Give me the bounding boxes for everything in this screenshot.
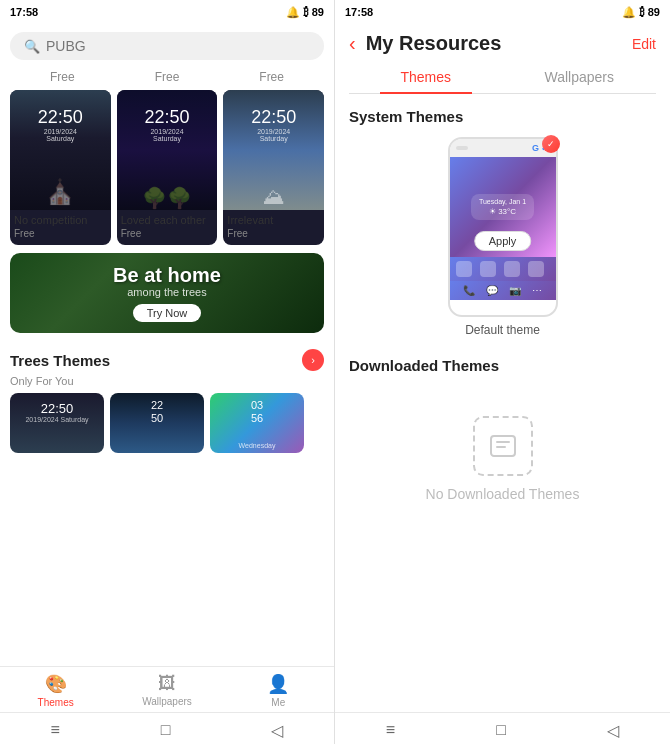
small-theme-row: 22:50 2019/2024 Saturday 2250 0356 Wedne… [0, 393, 334, 453]
free-labels-row: Free Free Free [0, 68, 334, 90]
wallpapers-nav-icon: 🖼 [158, 673, 176, 694]
left-status-bar: 17:58 🔔 ₿ 89 [0, 0, 334, 24]
phone-wallpaper: Tuesday, Jan 1 ☀ 33°C Apply [450, 157, 556, 257]
dock-msg-icon: 💬 [486, 285, 498, 296]
left-panel: 17:58 🔔 ₿ 89 🔍 Free Free Free 22:50 2019… [0, 0, 335, 744]
home-icon[interactable]: □ [161, 721, 171, 740]
notification-icon: 🔔 [286, 6, 300, 19]
downloaded-section: Downloaded Themes No Downloaded Themes [349, 357, 656, 532]
theme-price-1: Free [117, 228, 218, 245]
right-status-time: 17:58 [345, 6, 373, 18]
back-button[interactable]: ‹ [349, 32, 356, 55]
theme-card-0[interactable]: 22:50 2019/2024 Saturday ⛪ No competitio… [10, 90, 111, 245]
right-tabs: Themes Wallpapers [349, 61, 656, 94]
phone-date-text: Tuesday, Jan 1 [479, 198, 526, 205]
bottom-nav: 🎨 Themes 🖼 Wallpapers 👤 Me [0, 666, 334, 712]
theme-price-0: Free [10, 228, 111, 245]
search-bar[interactable]: 🔍 [10, 32, 324, 60]
themes-nav-icon: 🎨 [45, 673, 67, 695]
left-status-time: 17:58 [10, 6, 38, 18]
small-card-2[interactable]: 0356 Wednesday [210, 393, 304, 453]
empty-icon [473, 416, 533, 476]
small-clock-1: 2250 [151, 399, 163, 425]
clock-2: 22:50 2019/2024 Saturday [249, 108, 299, 143]
phone-date-widget: Tuesday, Jan 1 ☀ 33°C [471, 194, 534, 220]
app-icon [504, 261, 520, 277]
dock-phone-icon: 📞 [463, 285, 475, 296]
right-battery-icon: 89 [648, 6, 660, 18]
app-icon [456, 261, 472, 277]
small-clock-0: 22:50 2019/2024 Saturday [25, 401, 88, 423]
clock-0: 22:50 2019/2024 Saturday [35, 108, 85, 143]
trees-section-subtitle: Only For You [0, 375, 334, 393]
right-bluetooth-icon: ₿ [639, 6, 645, 18]
right-hamburger-icon[interactable]: ≡ [386, 721, 395, 740]
right-status-bar: 17:58 🔔 ₿ 89 [335, 0, 670, 24]
empty-state: No Downloaded Themes [349, 386, 656, 532]
nav-item-themes[interactable]: 🎨 Themes [0, 673, 111, 708]
theme-card-img-1: 22:50 2019/2024 Saturday 🌳🌳 [117, 90, 218, 210]
banner-subtitle: among the trees [127, 286, 207, 298]
theme-grid: 22:50 2019/2024 Saturday ⛪ No competitio… [0, 90, 334, 245]
page-title: My Resources [356, 32, 632, 55]
free-label-3: Free [259, 70, 284, 84]
phone-temp: ☀ 33°C [479, 207, 526, 216]
right-header: ‹ My Resources Edit [335, 24, 670, 61]
right-notification-icon: 🔔 [622, 6, 636, 18]
try-now-button[interactable]: Try Now [133, 304, 202, 322]
search-input[interactable] [46, 38, 310, 54]
apply-button[interactable]: Apply [474, 231, 532, 251]
theme-price-2: Free [223, 228, 324, 245]
tab-themes[interactable]: Themes [349, 61, 503, 93]
small-clock-2: 0356 [251, 399, 263, 425]
downloaded-themes-heading: Downloaded Themes [349, 357, 656, 374]
theme-name-0: No competition [10, 210, 111, 228]
default-theme-label: Default theme [465, 323, 540, 337]
small-card-1[interactable]: 2250 [110, 393, 204, 453]
nav-label-me: Me [271, 697, 285, 708]
nav-label-wallpapers: Wallpapers [142, 696, 192, 707]
bluetooth-icon: ₿ [303, 6, 309, 18]
right-home-icon[interactable]: □ [496, 721, 506, 740]
phone-mockup: G ✓ Tuesday, Jan 1 ☀ 33°C Apply [448, 137, 558, 317]
theme-card-1[interactable]: 22:50 2019/2024 Saturday 🌳🌳 Loved each o… [117, 90, 218, 245]
me-nav-icon: 👤 [267, 673, 289, 695]
left-status-icons: 🔔 ₿ 89 [286, 6, 324, 19]
phone-status-bar: G ✓ [450, 139, 556, 157]
theme-name-1: Loved each other [117, 210, 218, 228]
trees-section-header: Trees Themes › [0, 343, 334, 375]
back-icon[interactable]: ◁ [271, 721, 283, 740]
system-themes-heading: System Themes [349, 108, 656, 125]
trees-section-title: Trees Themes [10, 352, 110, 369]
nav-label-themes: Themes [38, 697, 74, 708]
tab-wallpapers[interactable]: Wallpapers [503, 61, 657, 93]
empty-state-text: No Downloaded Themes [426, 486, 580, 502]
theme-card-img-2: 22:50 2019/2024 Saturday ⛰ [223, 90, 324, 210]
left-system-nav: ≡ □ ◁ [0, 712, 334, 744]
theme-name-2: Irrelevant [223, 210, 324, 228]
default-theme-container: G ✓ Tuesday, Jan 1 ☀ 33°C Apply [349, 137, 656, 337]
forest-banner[interactable]: Be at home among the trees Try Now [10, 253, 324, 333]
banner-title: Be at home [113, 264, 221, 286]
right-panel: 17:58 🔔 ₿ 89 ‹ My Resources Edit Themes … [335, 0, 670, 744]
right-back-icon[interactable]: ◁ [607, 721, 619, 740]
trees-section-arrow[interactable]: › [302, 349, 324, 371]
dock-cam-icon: 📷 [509, 285, 521, 296]
dock-apps-icon: ⋯ [532, 285, 542, 296]
search-icon: 🔍 [24, 39, 40, 54]
clock-1: 22:50 2019/2024 Saturday [142, 108, 192, 143]
app-icon [528, 261, 544, 277]
nav-item-me[interactable]: 👤 Me [223, 673, 334, 708]
edit-button[interactable]: Edit [632, 36, 656, 52]
theme-card-2[interactable]: 22:50 2019/2024 Saturday ⛰ Irrelevant Fr… [223, 90, 324, 245]
checkmark-badge: ✓ [542, 135, 560, 153]
free-label-1: Free [50, 70, 75, 84]
small-card-0[interactable]: 22:50 2019/2024 Saturday [10, 393, 104, 453]
right-status-icons: 🔔 ₿ 89 [622, 6, 660, 19]
free-label-2: Free [155, 70, 180, 84]
app-icon [480, 261, 496, 277]
right-system-nav: ≡ □ ◁ [335, 712, 670, 744]
nav-item-wallpapers[interactable]: 🖼 Wallpapers [111, 673, 222, 708]
hamburger-icon[interactable]: ≡ [50, 721, 59, 740]
battery-icon: 89 [312, 6, 324, 18]
